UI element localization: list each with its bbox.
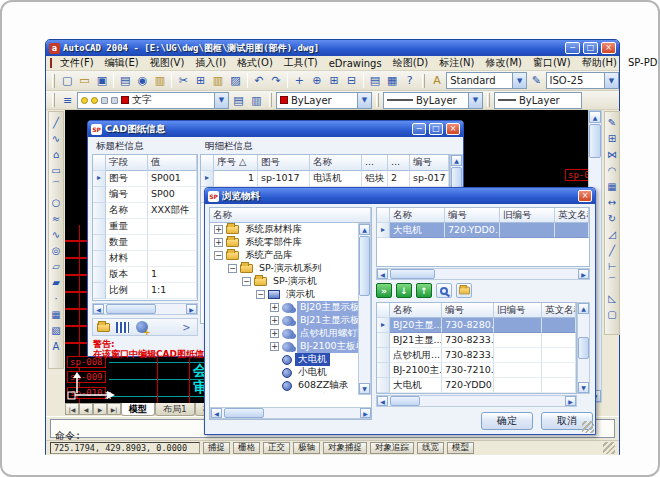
- expand-icon[interactable]: +: [214, 238, 223, 247]
- scroll-down-icon[interactable]: ▼: [578, 382, 589, 393]
- tree-item-parts-library[interactable]: +系统零部件库: [210, 236, 371, 249]
- tree-item-sp-demo[interactable]: −SP-演示机: [210, 275, 371, 288]
- scroll-thumb[interactable]: [106, 304, 156, 314]
- overflow-icon[interactable]: >: [179, 320, 194, 334]
- menu-tools[interactable]: 工具(T): [279, 56, 323, 70]
- collapse-icon[interactable]: −: [228, 264, 237, 273]
- tree-item-small-motor[interactable]: 小电机: [210, 366, 371, 379]
- scroll-down-icon[interactable]: ▼: [359, 383, 370, 394]
- ellipse-icon[interactable]: ◎: [49, 242, 64, 258]
- col-name[interactable]: 名称: [390, 208, 445, 223]
- dim-style-icon[interactable]: ✎: [528, 72, 544, 89]
- expand-icon[interactable]: +: [270, 316, 279, 325]
- plot-icon[interactable]: ▤: [117, 72, 133, 89]
- table-row[interactable]: 重量: [93, 219, 197, 235]
- move-down-icon[interactable]: ↓: [396, 283, 412, 298]
- layer-combo[interactable]: 文字 ▼: [77, 92, 229, 109]
- table-row[interactable]: ▸ 1 sp-1017 电话机 铝块 2 sp-017: [201, 171, 449, 187]
- scroll-thumb[interactable]: [390, 396, 420, 406]
- table-row[interactable]: BJ-2100主... 730-7210...: [377, 363, 576, 378]
- hatch-icon[interactable]: ▦: [49, 306, 64, 322]
- match-properties-icon[interactable]: ▨: [227, 72, 243, 89]
- scroll-up-icon[interactable]: ▲: [451, 155, 462, 166]
- make-block-icon[interactable]: ▰: [49, 274, 64, 290]
- circle-icon[interactable]: ○: [49, 194, 64, 210]
- add-part-icon[interactable]: [134, 320, 149, 334]
- layer-manager-icon[interactable]: ≡: [59, 92, 76, 109]
- col-code[interactable]: 编号: [442, 303, 494, 318]
- table-row[interactable]: 大电机 720-YDD0...: [377, 378, 576, 393]
- erase-icon[interactable]: ✎: [605, 114, 620, 130]
- title-block-grid[interactable]: 字段 值 ▸ 图号 SP001 编号 SP00 名称 XXX部件 重量: [92, 154, 198, 301]
- collapse-icon[interactable]: −: [214, 251, 223, 260]
- menu-sp-pdm[interactable]: SP-PDM插件(P): [623, 56, 660, 70]
- rectangle-icon[interactable]: ▭: [49, 162, 64, 178]
- pan-icon[interactable]: +: [291, 72, 307, 89]
- toolbar-grip[interactable]: [52, 74, 55, 88]
- open-folder-icon[interactable]: [456, 283, 472, 298]
- table-row[interactable]: 版本 1: [93, 267, 197, 283]
- table-row[interactable]: ▸ 大电机 720-YDD0...: [377, 223, 589, 238]
- expand-icon[interactable]: +: [214, 225, 223, 234]
- properties-icon[interactable]: ▤: [367, 72, 383, 89]
- maximize-button[interactable]: □: [583, 42, 598, 54]
- menu-edrawings[interactable]: eDrawings: [324, 58, 387, 69]
- line-icon[interactable]: ╱: [49, 114, 64, 130]
- cad-info-title-bar[interactable]: SP CAD图纸信息 − □ ×: [88, 121, 463, 137]
- text-style-combo[interactable]: Standard ▼: [446, 72, 527, 89]
- toolbar-grip[interactable]: [269, 93, 272, 107]
- tree-item-cotter-pin[interactable]: 开口销: [210, 392, 371, 394]
- insert-block-icon[interactable]: ▱: [49, 258, 64, 274]
- tree-item-bj2100-board[interactable]: +BJ-2100主板单点: [210, 340, 371, 353]
- zoom-previous-icon[interactable]: ⊟: [343, 72, 359, 89]
- expand-icon[interactable]: +: [270, 303, 279, 312]
- lineweight-toggle[interactable]: 线宽: [417, 442, 444, 454]
- menu-format[interactable]: 格式(O): [232, 56, 278, 70]
- tab-layout1[interactable]: 布局1: [155, 403, 195, 416]
- scroll-right-icon[interactable]: ▶: [360, 408, 371, 418]
- tab-next-icon[interactable]: ▶: [93, 403, 107, 415]
- lineweight-combo[interactable]: ByLayer: [494, 92, 582, 109]
- toolbar-grip[interactable]: [422, 74, 425, 88]
- value-column-header[interactable]: 值: [148, 155, 197, 171]
- zoom-realtime-icon[interactable]: ⊕: [309, 72, 325, 89]
- scroll-thumb[interactable]: [224, 408, 264, 418]
- open-icon[interactable]: ▭: [76, 72, 92, 89]
- tree-item-bj20-board[interactable]: +BJ20主显示板: [210, 301, 371, 314]
- dim-style-combo[interactable]: ISO-25 ▼: [546, 72, 619, 89]
- tree-item-608zz-bearing[interactable]: 608ZZ轴承: [210, 379, 371, 392]
- tab-last-icon[interactable]: ▶|: [107, 403, 121, 415]
- tree-item-big-motor[interactable]: 大电机: [210, 353, 371, 366]
- expand-icon[interactable]: +: [270, 329, 279, 338]
- osnap-toggle[interactable]: 对象捕捉: [323, 442, 367, 454]
- menu-window[interactable]: 窗口(W): [528, 56, 576, 70]
- chevron-down-icon[interactable]: ▼: [604, 73, 618, 88]
- scroll-thumb[interactable]: [578, 337, 589, 359]
- resize-grip[interactable]: [603, 442, 615, 454]
- model-toggle[interactable]: 模型: [447, 442, 474, 454]
- layer-previous-icon[interactable]: ▥: [248, 92, 265, 109]
- table-row[interactable]: 数量: [93, 235, 197, 251]
- snap-toggle[interactable]: 捕捉: [203, 442, 230, 454]
- redo-icon[interactable]: ↷: [268, 72, 284, 89]
- tab-prev-icon[interactable]: ◀: [79, 403, 93, 415]
- tree-hscrollbar[interactable]: ◀ ▶: [210, 407, 372, 419]
- toolbar-grip[interactable]: [487, 93, 490, 107]
- new-icon[interactable]: ▢: [59, 72, 75, 89]
- table-row[interactable]: 材料: [93, 251, 197, 267]
- dialog-maximize-button[interactable]: □: [429, 123, 443, 135]
- search-icon[interactable]: [436, 283, 452, 298]
- scroll-left-icon[interactable]: ◀: [211, 408, 222, 418]
- menu-dimension[interactable]: 标注(N): [434, 56, 479, 70]
- results-grid[interactable]: 名称 编号 旧编号 英文名称 ▸ BJ20主显... 730-8280... B…: [376, 302, 577, 394]
- table-row[interactable]: BJ21主显... 730-8233...: [377, 333, 576, 348]
- scroll-right-icon[interactable]: ▶: [565, 396, 576, 406]
- col-misc2[interactable]: ...: [388, 155, 410, 171]
- scale-icon[interactable]: ◿: [605, 226, 620, 242]
- browse-title-bar[interactable]: SP 浏览物料 ×: [205, 188, 595, 204]
- tree-item-demo-machine[interactable]: −演示机: [210, 288, 371, 301]
- color-combo[interactable]: ByLayer ▼: [276, 92, 372, 109]
- tree-item-screw-parts[interactable]: +点钞机用螺钉部件: [210, 327, 371, 340]
- region-icon[interactable]: ▧: [49, 322, 64, 338]
- copy-icon[interactable]: ⊞: [192, 72, 208, 89]
